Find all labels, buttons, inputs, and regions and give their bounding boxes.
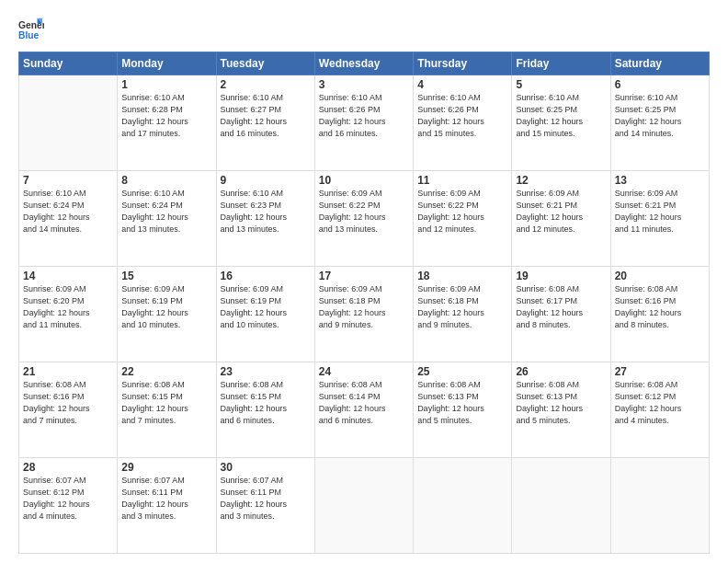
calendar-cell: 13Sunrise: 6:09 AM Sunset: 6:21 PM Dayli… — [610, 171, 709, 267]
logo-icon: General Blue — [18, 17, 44, 42]
day-number: 26 — [516, 365, 606, 378]
day-number: 25 — [417, 365, 507, 378]
day-number: 15 — [121, 270, 211, 282]
day-number: 29 — [121, 461, 211, 474]
weekday-header-friday: Friday — [512, 52, 610, 75]
calendar-cell: 1Sunrise: 6:10 AM Sunset: 6:28 PM Daylig… — [118, 75, 216, 171]
calendar-table: SundayMondayTuesdayWednesdayThursdayFrid… — [18, 52, 710, 554]
day-info: Sunrise: 6:09 AM Sunset: 6:19 PM Dayligh… — [121, 283, 211, 331]
day-info: Sunrise: 6:10 AM Sunset: 6:23 PM Dayligh… — [221, 188, 311, 236]
calendar-cell: 25Sunrise: 6:08 AM Sunset: 6:13 PM Dayli… — [414, 362, 512, 458]
day-info: Sunrise: 6:09 AM Sunset: 6:18 PM Dayligh… — [417, 283, 507, 331]
day-info: Sunrise: 6:10 AM Sunset: 6:25 PM Dayligh… — [615, 92, 705, 140]
day-number: 1 — [121, 78, 211, 91]
calendar-cell: 15Sunrise: 6:09 AM Sunset: 6:19 PM Dayli… — [118, 267, 216, 362]
day-number: 30 — [221, 461, 311, 474]
calendar-cell: 18Sunrise: 6:09 AM Sunset: 6:18 PM Dayli… — [414, 267, 512, 362]
day-number: 3 — [319, 78, 409, 91]
day-number: 23 — [221, 365, 311, 378]
day-info: Sunrise: 6:08 AM Sunset: 6:14 PM Dayligh… — [319, 379, 409, 427]
calendar-week-row: 21Sunrise: 6:08 AM Sunset: 6:16 PM Dayli… — [19, 362, 710, 458]
calendar-cell: 11Sunrise: 6:09 AM Sunset: 6:22 PM Dayli… — [414, 171, 512, 267]
day-info: Sunrise: 6:08 AM Sunset: 6:13 PM Dayligh… — [516, 379, 606, 427]
day-info: Sunrise: 6:10 AM Sunset: 6:27 PM Dayligh… — [221, 92, 311, 140]
day-info: Sunrise: 6:07 AM Sunset: 6:12 PM Dayligh… — [23, 475, 113, 523]
calendar-cell: 26Sunrise: 6:08 AM Sunset: 6:13 PM Dayli… — [512, 362, 610, 458]
day-info: Sunrise: 6:08 AM Sunset: 6:15 PM Dayligh… — [121, 379, 211, 427]
calendar-cell: 20Sunrise: 6:08 AM Sunset: 6:16 PM Dayli… — [610, 267, 709, 362]
day-info: Sunrise: 6:08 AM Sunset: 6:16 PM Dayligh… — [23, 379, 113, 427]
calendar-cell: 12Sunrise: 6:09 AM Sunset: 6:21 PM Dayli… — [512, 171, 610, 267]
day-info: Sunrise: 6:09 AM Sunset: 6:21 PM Dayligh… — [516, 188, 606, 236]
day-number: 5 — [516, 78, 606, 91]
calendar-cell — [414, 458, 512, 554]
calendar-cell: 17Sunrise: 6:09 AM Sunset: 6:18 PM Dayli… — [314, 267, 413, 362]
day-number: 28 — [23, 461, 113, 474]
calendar-cell: 28Sunrise: 6:07 AM Sunset: 6:12 PM Dayli… — [19, 458, 118, 554]
day-number: 24 — [319, 365, 409, 378]
day-number: 21 — [23, 365, 113, 378]
calendar-cell: 8Sunrise: 6:10 AM Sunset: 6:24 PM Daylig… — [118, 171, 216, 267]
day-number: 9 — [221, 174, 311, 187]
day-info: Sunrise: 6:08 AM Sunset: 6:15 PM Dayligh… — [221, 379, 311, 427]
day-number: 7 — [23, 174, 113, 187]
day-info: Sunrise: 6:10 AM Sunset: 6:25 PM Dayligh… — [516, 92, 606, 140]
calendar-cell — [512, 458, 610, 554]
calendar-cell: 7Sunrise: 6:10 AM Sunset: 6:24 PM Daylig… — [19, 171, 118, 267]
weekday-header-monday: Monday — [118, 52, 216, 75]
calendar-cell: 21Sunrise: 6:08 AM Sunset: 6:16 PM Dayli… — [19, 362, 118, 458]
calendar-cell: 30Sunrise: 6:07 AM Sunset: 6:11 PM Dayli… — [216, 458, 314, 554]
calendar-cell — [314, 458, 413, 554]
calendar-cell — [610, 458, 709, 554]
weekday-header-wednesday: Wednesday — [314, 52, 413, 75]
day-info: Sunrise: 6:09 AM Sunset: 6:22 PM Dayligh… — [319, 188, 409, 236]
day-number: 17 — [319, 270, 409, 282]
calendar-week-row: 28Sunrise: 6:07 AM Sunset: 6:12 PM Dayli… — [19, 458, 710, 554]
day-info: Sunrise: 6:08 AM Sunset: 6:12 PM Dayligh… — [615, 379, 705, 427]
day-number: 19 — [516, 270, 606, 282]
day-info: Sunrise: 6:08 AM Sunset: 6:16 PM Dayligh… — [615, 283, 705, 331]
day-info: Sunrise: 6:10 AM Sunset: 6:26 PM Dayligh… — [417, 92, 507, 140]
day-number: 13 — [615, 174, 705, 187]
day-info: Sunrise: 6:07 AM Sunset: 6:11 PM Dayligh… — [121, 475, 211, 523]
day-info: Sunrise: 6:09 AM Sunset: 6:20 PM Dayligh… — [23, 283, 113, 331]
calendar-cell: 9Sunrise: 6:10 AM Sunset: 6:23 PM Daylig… — [216, 171, 314, 267]
calendar-cell: 22Sunrise: 6:08 AM Sunset: 6:15 PM Dayli… — [118, 362, 216, 458]
calendar-cell: 6Sunrise: 6:10 AM Sunset: 6:25 PM Daylig… — [610, 75, 709, 171]
day-info: Sunrise: 6:09 AM Sunset: 6:19 PM Dayligh… — [221, 283, 311, 331]
day-number: 10 — [319, 174, 409, 187]
calendar-cell: 4Sunrise: 6:10 AM Sunset: 6:26 PM Daylig… — [414, 75, 512, 171]
calendar-week-row: 14Sunrise: 6:09 AM Sunset: 6:20 PM Dayli… — [19, 267, 710, 362]
day-number: 22 — [121, 365, 211, 378]
day-number: 20 — [615, 270, 705, 282]
day-info: Sunrise: 6:08 AM Sunset: 6:13 PM Dayligh… — [417, 379, 507, 427]
calendar-cell: 19Sunrise: 6:08 AM Sunset: 6:17 PM Dayli… — [512, 267, 610, 362]
calendar-cell: 3Sunrise: 6:10 AM Sunset: 6:26 PM Daylig… — [314, 75, 413, 171]
weekday-header-saturday: Saturday — [610, 52, 709, 75]
day-info: Sunrise: 6:08 AM Sunset: 6:17 PM Dayligh… — [516, 283, 606, 331]
weekday-header-thursday: Thursday — [414, 52, 512, 75]
day-info: Sunrise: 6:09 AM Sunset: 6:21 PM Dayligh… — [615, 188, 705, 236]
page: General Blue SundayMondayTuesdayWednesda… — [0, 0, 728, 563]
calendar-cell: 14Sunrise: 6:09 AM Sunset: 6:20 PM Dayli… — [19, 267, 118, 362]
day-number: 6 — [615, 78, 705, 91]
calendar-cell: 16Sunrise: 6:09 AM Sunset: 6:19 PM Dayli… — [216, 267, 314, 362]
day-number: 12 — [516, 174, 606, 187]
day-info: Sunrise: 6:10 AM Sunset: 6:24 PM Dayligh… — [23, 188, 113, 236]
calendar-cell: 10Sunrise: 6:09 AM Sunset: 6:22 PM Dayli… — [314, 171, 413, 267]
calendar-cell: 27Sunrise: 6:08 AM Sunset: 6:12 PM Dayli… — [610, 362, 709, 458]
day-number: 27 — [615, 365, 705, 378]
day-number: 4 — [417, 78, 507, 91]
day-info: Sunrise: 6:10 AM Sunset: 6:24 PM Dayligh… — [121, 188, 211, 236]
day-number: 16 — [221, 270, 311, 282]
day-number: 18 — [417, 270, 507, 282]
day-info: Sunrise: 6:09 AM Sunset: 6:22 PM Dayligh… — [417, 188, 507, 236]
calendar-cell: 24Sunrise: 6:08 AM Sunset: 6:14 PM Dayli… — [314, 362, 413, 458]
day-info: Sunrise: 6:10 AM Sunset: 6:26 PM Dayligh… — [319, 92, 409, 140]
day-number: 2 — [221, 78, 311, 91]
day-info: Sunrise: 6:09 AM Sunset: 6:18 PM Dayligh… — [319, 283, 409, 331]
calendar-cell — [19, 75, 118, 171]
svg-text:Blue: Blue — [18, 30, 40, 40]
calendar-week-row: 7Sunrise: 6:10 AM Sunset: 6:24 PM Daylig… — [19, 171, 710, 267]
calendar-week-row: 1Sunrise: 6:10 AM Sunset: 6:28 PM Daylig… — [19, 75, 710, 171]
